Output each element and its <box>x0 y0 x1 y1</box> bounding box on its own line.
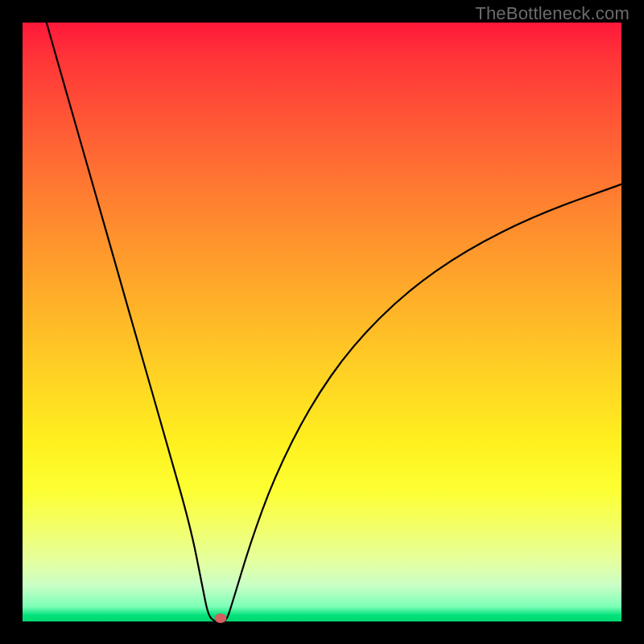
watermark-text: TheBottleneck.com <box>475 3 630 24</box>
curve-path <box>47 23 621 621</box>
minimum-marker <box>214 613 226 623</box>
bottleneck-curve <box>23 23 621 621</box>
chart-frame: TheBottleneck.com <box>0 0 644 644</box>
